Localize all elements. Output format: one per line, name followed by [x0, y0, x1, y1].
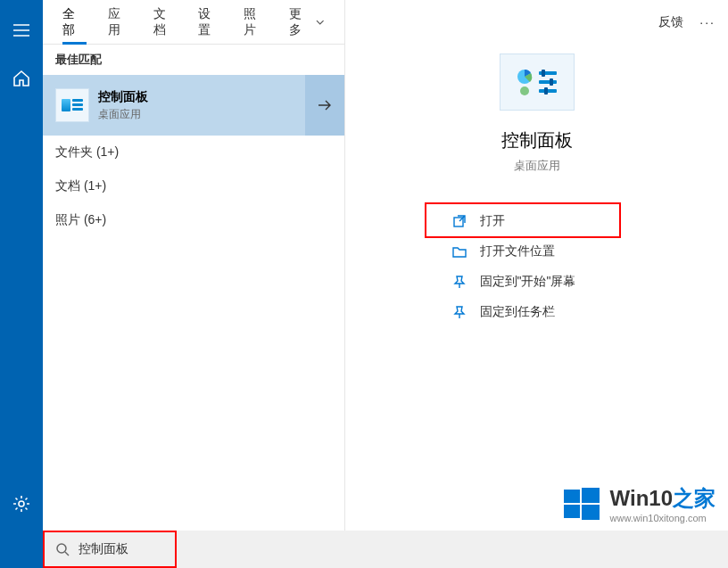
tab-apps[interactable]: 应用: [97, 0, 143, 45]
category-documents[interactable]: 文档 (1+): [43, 169, 344, 203]
result-title: 控制面板: [98, 89, 332, 105]
action-pin-taskbar[interactable]: 固定到任务栏: [439, 297, 635, 327]
svg-point-2: [520, 86, 529, 95]
brand-title: Win10之家: [610, 484, 716, 513]
folder-icon: [451, 243, 467, 259]
result-expand-button[interactable]: [305, 75, 344, 136]
brand-url: www.win10xitong.com: [610, 513, 716, 523]
sidebar-rail: [0, 0, 43, 568]
best-match-header: 最佳匹配: [43, 45, 344, 75]
open-icon: [451, 213, 467, 229]
svg-rect-8: [544, 87, 548, 95]
tab-more-label: 更多: [289, 6, 313, 38]
action-open[interactable]: 打开: [439, 206, 635, 236]
svg-rect-12: [564, 505, 580, 518]
tab-photos[interactable]: 照片: [233, 0, 278, 45]
category-photos[interactable]: 照片 (6+): [43, 203, 344, 237]
chevron-down-icon: [316, 20, 325, 25]
search-icon: [55, 542, 70, 556]
detail-subtitle: 桌面应用: [514, 158, 560, 174]
actions-list: 打开 打开文件位置 固定到"开始"屏幕 固定到任务栏: [439, 206, 635, 327]
more-options-button[interactable]: ···: [699, 15, 716, 29]
svg-rect-4: [539, 80, 557, 84]
control-panel-icon: [55, 88, 89, 122]
pin-icon: [451, 274, 467, 290]
pin-taskbar-icon: [451, 304, 467, 320]
svg-rect-6: [542, 70, 545, 77]
detail-content: 控制面板 桌面应用 打开 打开文件位置 固定到"开始"屏幕: [345, 0, 728, 327]
svg-point-0: [19, 501, 24, 506]
hamburger-menu-icon[interactable]: [0, 11, 43, 50]
search-results-panel: 全部 应用 文档 设置 照片 更多 最佳匹配 控制面板 桌面应用 文件夹 (1+…: [43, 0, 345, 568]
tab-more[interactable]: 更多: [278, 0, 335, 45]
detail-panel: 反馈 ··· 控制面板 桌面应用: [345, 0, 728, 568]
tab-settings[interactable]: 设置: [187, 0, 233, 45]
branding-watermark: Win10之家 www.win10xitong.com: [562, 484, 716, 523]
action-pin-start-label: 固定到"开始"屏幕: [480, 274, 576, 290]
result-control-panel[interactable]: 控制面板 桌面应用: [43, 75, 344, 136]
svg-rect-13: [582, 505, 600, 520]
settings-gear-icon[interactable]: [0, 484, 43, 523]
detail-control-panel-icon: [500, 54, 575, 111]
svg-rect-7: [550, 78, 553, 86]
windows-logo-icon: [562, 484, 601, 523]
top-right-controls: 反馈 ···: [658, 14, 716, 30]
tab-documents[interactable]: 文档: [143, 0, 188, 45]
result-subtitle: 桌面应用: [98, 107, 332, 122]
action-pin-start[interactable]: 固定到"开始"屏幕: [439, 267, 635, 297]
category-folders[interactable]: 文件夹 (1+): [43, 136, 344, 169]
svg-rect-10: [564, 490, 580, 503]
svg-point-14: [57, 544, 66, 553]
home-icon[interactable]: [0, 59, 43, 98]
tabs-bar: 全部 应用 文档 设置 照片 更多: [43, 0, 344, 45]
action-open-location-label: 打开文件位置: [480, 243, 555, 259]
result-texts: 控制面板 桌面应用: [98, 89, 332, 122]
feedback-link[interactable]: 反馈: [658, 14, 683, 30]
detail-title: 控制面板: [501, 128, 573, 152]
search-query-text: 控制面板: [79, 541, 128, 557]
action-pin-taskbar-label: 固定到任务栏: [480, 304, 555, 320]
action-open-location[interactable]: 打开文件位置: [439, 236, 635, 267]
arrow-right-icon: [317, 99, 333, 111]
action-open-label: 打开: [480, 213, 505, 229]
search-bar[interactable]: 控制面板: [43, 531, 728, 568]
tab-all[interactable]: 全部: [52, 0, 97, 45]
svg-rect-11: [582, 488, 600, 503]
